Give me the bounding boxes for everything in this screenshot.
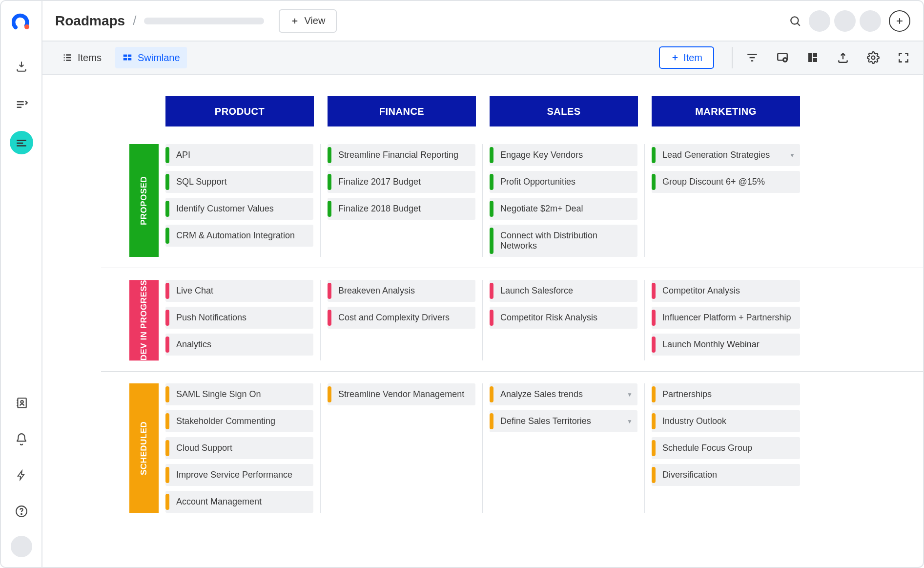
toolbar-divider bbox=[732, 47, 733, 68]
card[interactable]: Improve Service Performance bbox=[165, 464, 313, 486]
card[interactable]: API bbox=[165, 144, 313, 166]
card-stripe bbox=[490, 147, 493, 163]
help-icon[interactable] bbox=[10, 500, 33, 523]
roadmap-name-placeholder[interactable] bbox=[144, 18, 264, 24]
card[interactable]: Cost and Complexity Drivers bbox=[328, 307, 475, 329]
card-stripe bbox=[652, 386, 656, 402]
card[interactable]: Schedule Focus Group bbox=[652, 437, 800, 459]
swimlane-nav-icon[interactable] bbox=[10, 131, 33, 154]
lane-cell: Lead Generation Strategies▼Group Discoun… bbox=[645, 144, 807, 257]
card[interactable]: Influencer Platform + Partnership bbox=[652, 307, 800, 329]
card[interactable]: Negotiate $2m+ Deal bbox=[490, 198, 637, 220]
card[interactable]: SQL Support bbox=[165, 171, 313, 193]
card-stripe bbox=[652, 174, 656, 190]
card-title: Partnerships bbox=[662, 389, 712, 399]
lane-label-proposed[interactable]: PROPOSED bbox=[129, 144, 159, 257]
gear-icon[interactable] bbox=[866, 51, 880, 64]
column-header-sales[interactable]: SALES bbox=[490, 96, 638, 126]
lane-cell: SAML Single Sign OnStakeholder Commentin… bbox=[159, 383, 321, 513]
card-title: CRM & Automation Integration bbox=[176, 231, 295, 240]
card-stripe bbox=[328, 201, 331, 217]
card[interactable]: Cloud Support bbox=[165, 437, 313, 459]
card-stripe bbox=[165, 201, 169, 217]
lane-cell: Streamline Vendor Management bbox=[321, 383, 483, 513]
items-toggle-label: Items bbox=[78, 52, 102, 63]
card-stripe bbox=[328, 174, 331, 190]
lane-label-dev-in-progress[interactable]: DEV IN PROGRESS bbox=[129, 280, 159, 360]
swimlane-toggle-label: Swimlane bbox=[138, 52, 180, 63]
card[interactable]: Lead Generation Strategies▼ bbox=[652, 144, 800, 166]
card-title: Engage Key Vendors bbox=[500, 150, 583, 160]
card[interactable]: Diversification bbox=[652, 464, 800, 486]
card[interactable]: Finalize 2017 Budget bbox=[328, 171, 475, 193]
card[interactable]: Streamline Vendor Management bbox=[328, 383, 475, 405]
card[interactable]: Account Management bbox=[165, 491, 313, 513]
card-stripe bbox=[652, 467, 656, 483]
card[interactable]: Breakeven Analysis bbox=[328, 280, 475, 302]
card[interactable]: SAML Single Sign On bbox=[165, 383, 313, 405]
collaborator-avatar[interactable] bbox=[860, 10, 881, 32]
card-title: Breakeven Analysis bbox=[338, 286, 415, 295]
card[interactable]: Group Discount 6+ @15% bbox=[652, 171, 800, 193]
card[interactable]: Connect with Distribution Networks bbox=[490, 225, 637, 257]
card[interactable]: Push Notifications bbox=[165, 307, 313, 329]
add-view-button[interactable]: View bbox=[279, 9, 337, 33]
card[interactable]: CRM & Automation Integration bbox=[165, 225, 313, 247]
contacts-icon[interactable] bbox=[10, 391, 33, 415]
collaborator-avatar[interactable] bbox=[809, 10, 830, 32]
chevron-down-icon[interactable]: ▼ bbox=[627, 391, 633, 398]
app-logo bbox=[12, 12, 31, 31]
breadcrumb-separator: / bbox=[133, 13, 136, 28]
card[interactable]: Identify Customer Values bbox=[165, 198, 313, 220]
card[interactable]: Analyze Sales trends▼ bbox=[490, 383, 637, 405]
swimlane-view-toggle[interactable]: Swimlane bbox=[115, 47, 187, 68]
card[interactable]: Live Chat bbox=[165, 280, 313, 302]
bell-icon[interactable] bbox=[10, 427, 33, 451]
add-collaborator-button[interactable] bbox=[889, 10, 910, 32]
fullscreen-icon[interactable] bbox=[897, 51, 910, 64]
add-item-button[interactable]: Item bbox=[659, 46, 714, 69]
items-view-toggle[interactable]: Items bbox=[55, 47, 108, 68]
svg-rect-7 bbox=[128, 55, 131, 57]
lane-cell: Analyze Sales trends▼Define Sales Territ… bbox=[483, 383, 645, 513]
search-icon[interactable] bbox=[785, 11, 805, 31]
card-stripe bbox=[490, 386, 493, 402]
chevron-down-icon[interactable]: ▼ bbox=[627, 418, 633, 425]
card-stripe bbox=[490, 174, 493, 190]
user-avatar[interactable] bbox=[11, 536, 32, 557]
card[interactable]: Stakeholder Commenting bbox=[165, 410, 313, 432]
column-header-product[interactable]: PRODUCT bbox=[165, 96, 314, 126]
svg-rect-13 bbox=[813, 53, 817, 57]
lane-cell: Streamline Financial ReportingFinalize 2… bbox=[321, 144, 483, 257]
card-title: Cost and Complexity Drivers bbox=[338, 313, 450, 322]
card-stripe bbox=[328, 147, 331, 163]
card-stripe bbox=[328, 283, 331, 299]
card-stripe bbox=[165, 440, 169, 456]
card[interactable]: Partnerships bbox=[652, 383, 800, 405]
card-title: Stakeholder Commenting bbox=[176, 416, 275, 426]
card[interactable]: Launch Salesforce bbox=[490, 280, 637, 302]
list-icon[interactable] bbox=[10, 93, 33, 116]
collaborator-avatar[interactable] bbox=[834, 10, 856, 32]
card[interactable]: Engage Key Vendors bbox=[490, 144, 637, 166]
chevron-down-icon[interactable]: ▼ bbox=[789, 152, 795, 159]
card[interactable]: Analytics bbox=[165, 334, 313, 356]
card[interactable]: Launch Monthly Webinar bbox=[652, 334, 800, 356]
card[interactable]: Industry Outlook bbox=[652, 410, 800, 432]
card[interactable]: Streamline Financial Reporting bbox=[328, 144, 475, 166]
card[interactable]: Competitor Risk Analysis bbox=[490, 307, 637, 329]
bolt-icon[interactable] bbox=[10, 463, 33, 487]
import-icon[interactable] bbox=[10, 55, 33, 78]
layout-icon[interactable] bbox=[806, 51, 820, 64]
column-header-finance[interactable]: FINANCE bbox=[328, 96, 476, 126]
card[interactable]: Competitor Analysis bbox=[652, 280, 800, 302]
filter-icon[interactable] bbox=[745, 51, 759, 64]
link-card-icon[interactable] bbox=[776, 51, 789, 64]
card[interactable]: Profit Opportunities bbox=[490, 171, 637, 193]
export-icon[interactable] bbox=[836, 51, 850, 64]
lane-label-scheduled[interactable]: SCHEDULED bbox=[129, 383, 159, 513]
card[interactable]: Finalize 2018 Budget bbox=[328, 198, 475, 220]
card[interactable]: Define Sales Territories▼ bbox=[490, 410, 637, 432]
lane-cell: Competitor AnalysisInfluencer Platform +… bbox=[645, 280, 807, 360]
column-header-marketing[interactable]: MARKETING bbox=[652, 96, 800, 126]
